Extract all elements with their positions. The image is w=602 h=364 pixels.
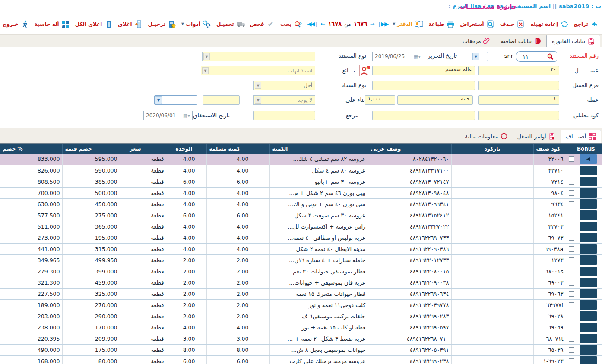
due-date-field[interactable]: 2020/06/01 ▦▾ bbox=[143, 111, 193, 120]
row-indicator[interactable] bbox=[579, 243, 598, 254]
doc-type-combo[interactable]: ▼ bbox=[202, 52, 315, 61]
row-indicator[interactable] bbox=[579, 344, 598, 355]
reinitialize-button[interactable]: إعادة تهيئه bbox=[530, 19, 569, 29]
table-row[interactable]: ٦٩٠٢٣-١٤٨٩١٦٢٢٦٩٠٢٣٨عروسه مرميد بزمبلك ع… bbox=[0, 355, 602, 364]
calculator-button[interactable]: +−×+ أله حاسبة bbox=[35, 19, 70, 29]
table-row[interactable]: ٦٨٠٠١s٤٨٩١٦٢٢٠٨٠٠١٥قطار بموسيقى حيوانات … bbox=[0, 266, 602, 277]
table-row[interactable]: ٧٢١٤٤٨٩٢٨١٣٠٧٢١٤٧عروسة ٣٠ سم +بانيو6.006… bbox=[0, 176, 602, 187]
delete-button[interactable]: حـذف bbox=[500, 19, 526, 29]
based-on-combo[interactable]: لا يوجد▼ bbox=[253, 95, 315, 105]
bonus-checkbox[interactable] bbox=[569, 358, 574, 364]
discount-value-header[interactable]: خصم قيمة bbox=[62, 144, 127, 154]
bonus-header[interactable]: Bonus bbox=[579, 144, 598, 154]
bonus-checkbox[interactable] bbox=[569, 325, 574, 330]
discount-pct-header[interactable]: % خصم bbox=[0, 144, 62, 154]
preview-button[interactable]: أستعراض bbox=[460, 19, 495, 29]
load-button[interactable]: تحميـل bbox=[216, 19, 245, 29]
table-row[interactable]: ٦٩٠٢٨٤٨٩١٦٢٢٦٩٠٢٨٣حلقات تركيب موسيقى٦ ف2… bbox=[0, 311, 602, 322]
currency-name-field[interactable]: جنيه bbox=[397, 95, 473, 105]
close-button[interactable]: اغلاق bbox=[118, 19, 143, 29]
close-all-button[interactable]: اغلاق الكل bbox=[75, 19, 114, 29]
book-button[interactable]: ! الدفتر ▼ bbox=[393, 19, 424, 29]
based-on-dropdown[interactable]: ▼ bbox=[154, 95, 197, 105]
row-indicator[interactable] bbox=[579, 198, 598, 210]
table-row[interactable]: ٦٩٠٥٩٤٨٩١٦٢٢٦٩٠٥٩٧قطه او كلب ١٥ نغمه + ن… bbox=[0, 322, 602, 333]
customer-name-field[interactable]: عالم سمسم bbox=[372, 66, 475, 75]
search-button[interactable]: بحث bbox=[280, 19, 303, 29]
based-on-ref-field[interactable] bbox=[203, 95, 240, 105]
bonus-checkbox[interactable] bbox=[569, 156, 574, 162]
row-indicator[interactable] bbox=[579, 176, 598, 187]
table-row[interactable]: ٩٦٣٤٤٨٩٢٨١٣٠٩٦٣٤١بيبى بورن ٤٠ سم + بوتى … bbox=[0, 198, 602, 210]
table-row[interactable]: ٦٩٠٠٣٤٨٩١٦٢٢٠٩٠٠٣٨عربه فان بموسيقى + حيو… bbox=[0, 277, 602, 288]
row-indicator[interactable] bbox=[579, 232, 598, 243]
subtab-work-orders[interactable]: أوامر الشغل bbox=[513, 130, 561, 143]
doc-no-field[interactable]: ١١ bbox=[516, 51, 558, 62]
customer-branch-code-field[interactable] bbox=[478, 81, 559, 90]
unit-header[interactable]: الوحده bbox=[173, 144, 206, 154]
row-indicator[interactable] bbox=[579, 165, 598, 176]
barcode-header[interactable]: باركود bbox=[451, 144, 533, 154]
table-row[interactable]: ٦٩٠٦٣٤٨٩١٦٢٢٦٩٠٦٣٤قطار حيوانات متحرك ١٥ … bbox=[0, 288, 602, 299]
reference-field[interactable] bbox=[253, 111, 315, 120]
table-row[interactable]: ١٢٧٣٤٨٩١٦٢٢٠١٢٧٣٣حامله سيارات + ٤ سياره … bbox=[0, 254, 602, 266]
subtab-items[interactable]: أصنـــاف bbox=[561, 130, 601, 143]
row-indicator[interactable] bbox=[579, 187, 598, 198]
table-row[interactable]: ٦٩٠٧٣٤٨٩١٦٢٢٦٩٠٧٣٣عربه بوليس او مطافى ٤٠… bbox=[0, 232, 602, 243]
analytic-code-field[interactable] bbox=[478, 111, 559, 120]
row-indicator[interactable] bbox=[579, 277, 598, 288]
row-indicator[interactable] bbox=[579, 299, 598, 311]
qty-header[interactable]: الكميه bbox=[269, 144, 368, 154]
row-indicator[interactable] bbox=[579, 333, 598, 344]
table-row[interactable]: ◀٣٢٠٠٦٨٠٢٨٤١٣٢٠٠٦٠عروسة ٨٢ سم تمشى ٤ شك.… bbox=[0, 154, 602, 165]
previous-record-button[interactable]: ← bbox=[320, 21, 325, 27]
table-row[interactable]: ٦٩٠٣٨a٤٨٩١٦٢٢٠٩٠٣٨٦مدينه الابطال ٤٠ نغمه… bbox=[0, 243, 602, 254]
customer-code-field[interactable]: ٢٠ bbox=[478, 66, 559, 75]
bonus-checkbox[interactable] bbox=[569, 291, 574, 297]
tab-attachments[interactable]: مرفقات bbox=[457, 35, 496, 47]
bonus-checkbox[interactable] bbox=[569, 336, 574, 342]
arabic-desc-header[interactable]: وصف عربى bbox=[368, 144, 451, 154]
transfer-button[interactable]: $ ترحيـل bbox=[148, 19, 177, 29]
table-row[interactable]: ١٥٢٤١٤٨٩٢٨١٣١٥٢٤١٢عروسه ٣٠ سم سوفت ٣ شكل… bbox=[0, 210, 602, 221]
row-indicator[interactable] bbox=[579, 254, 598, 266]
tools-button[interactable]: أدوات ▼ bbox=[181, 19, 212, 29]
undo-button[interactable]: تراجع bbox=[574, 19, 599, 29]
doc-no-dropdown[interactable]: ▼ bbox=[472, 52, 488, 61]
price-header[interactable]: سعر bbox=[127, 144, 173, 154]
table-row[interactable]: ٣٢٧١٠٤٨٩٢٨١٣٣١٧١٠٠عروسه ٨٠ سم ٤ شكل4.004… bbox=[0, 165, 602, 176]
bonus-checkbox[interactable] bbox=[569, 213, 574, 218]
analytic-name-field[interactable] bbox=[372, 111, 475, 120]
subtab-financial-info[interactable]: e معلومات مالية bbox=[460, 130, 512, 143]
bonus-checkbox[interactable] bbox=[569, 201, 574, 207]
row-indicator[interactable] bbox=[579, 322, 598, 333]
row-indicator[interactable]: ◀ bbox=[579, 154, 598, 165]
item-code-header[interactable]: كود صنف bbox=[533, 144, 579, 154]
table-row[interactable]: ٩٨٠٤٤٨٩٢٨١٣٠٩٨٠٤٨بيبى بورن ٤٦ سم ٢ شكل +… bbox=[0, 187, 602, 198]
customer-info-button[interactable]: $ bbox=[359, 65, 371, 76]
customer-branch-name-field[interactable] bbox=[372, 81, 475, 90]
currency-code-field[interactable]: ١ bbox=[478, 95, 559, 105]
row-indicator[interactable] bbox=[579, 355, 598, 364]
bonus-checkbox[interactable] bbox=[569, 269, 574, 274]
bonus-checkbox[interactable] bbox=[569, 257, 574, 263]
bonus-checkbox[interactable] bbox=[569, 246, 574, 252]
table-row[interactable]: ٦٣٩٧٧f٤٨٩١٦٢٢٠٣٩٧٧٨كلب دوجى١١ نغمه و نور… bbox=[0, 299, 602, 311]
bonus-checkbox[interactable] bbox=[569, 224, 574, 229]
row-indicator[interactable] bbox=[579, 210, 598, 221]
last-record-button[interactable]: ▶▶❘ bbox=[377, 21, 388, 27]
row-indicator[interactable] bbox=[579, 311, 598, 322]
table-row[interactable]: ٦٨٠٧١t٤٨٩٤١٦٢٢٦٨٠٧١٠عربه ضغط ٣ شكل ٢٠ نغ… bbox=[0, 333, 602, 344]
bonus-checkbox[interactable] bbox=[569, 314, 574, 319]
currency-rate-field[interactable]: ١,٠٠٠ bbox=[365, 95, 395, 105]
seller-combo[interactable]: استاذ ايهاب▼ bbox=[201, 66, 315, 75]
check-button[interactable]: ✔ فحص bbox=[250, 19, 276, 29]
exit-button[interactable]: خـروج bbox=[3, 19, 29, 29]
row-indicator[interactable] bbox=[579, 266, 598, 277]
tab-extra-data[interactable]: i بيانات اضافيه bbox=[496, 35, 546, 47]
pay-type-combo[interactable]: أجل▼ bbox=[253, 81, 315, 90]
bonus-checkbox[interactable] bbox=[569, 190, 574, 196]
bonus-checkbox[interactable] bbox=[569, 302, 574, 308]
row-indicator[interactable] bbox=[579, 288, 598, 299]
delivered-qty-header[interactable]: كميه مسلمه bbox=[206, 144, 269, 154]
